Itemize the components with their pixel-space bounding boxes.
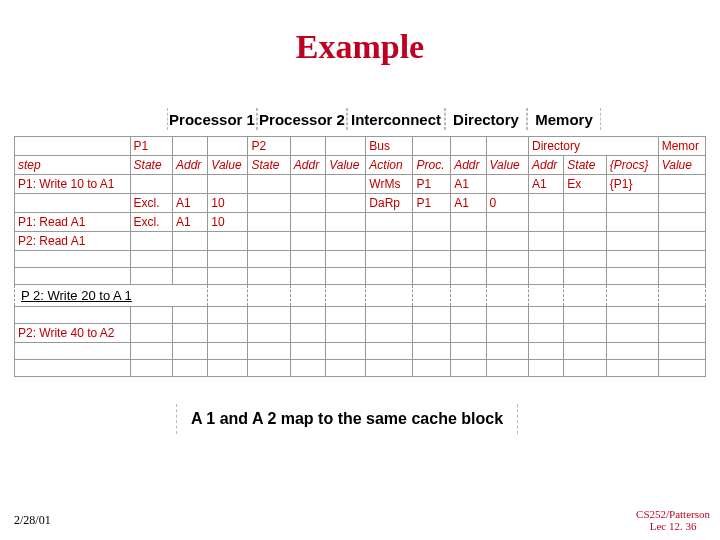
- table-row: [15, 251, 706, 268]
- hdr-bus-value: Value: [486, 156, 528, 175]
- p1-state: Excl.: [130, 194, 172, 213]
- dir-state: Ex: [564, 175, 606, 194]
- caption-note: A 1 and A 2 map to the same cache block: [176, 404, 518, 434]
- table-row: Excl. A1 10 DaRp P1 A1 0: [15, 194, 706, 213]
- table-row-current: P 2: Write 20 to A 1: [15, 285, 706, 307]
- step-label: P2: Write 40 to A2: [15, 324, 131, 343]
- slide-title: Example: [0, 28, 720, 66]
- bus-addr: A1: [451, 194, 486, 213]
- hdr-p1-value: Value: [208, 156, 248, 175]
- hdr-bus-addr: Addr: [451, 156, 486, 175]
- bus-proc: P1: [413, 194, 451, 213]
- hdr-dir-state: State: [564, 156, 606, 175]
- header-row-2: step State Addr Value State Addr Value A…: [15, 156, 706, 175]
- p1-state: Excl.: [130, 213, 172, 232]
- hdr-p2-state: State: [248, 156, 290, 175]
- group-directory: Directory: [445, 108, 527, 130]
- hdr-dir-addr: Addr: [528, 156, 563, 175]
- bus-action: DaRp: [366, 194, 413, 213]
- hdr-directory: Directory: [528, 137, 658, 156]
- hdr-p1-addr: Addr: [172, 156, 207, 175]
- footer-course-name: CS252/Patterson: [636, 508, 710, 520]
- table-row: P1: Write 10 to A1 WrMs P1 A1 A1 Ex {P1}: [15, 175, 706, 194]
- group-processor2: Processor 2: [257, 108, 347, 130]
- p1-value: 10: [208, 213, 248, 232]
- table-row: P1: Read A1 Excl. A1 10: [15, 213, 706, 232]
- p1-addr: A1: [172, 194, 207, 213]
- protocol-table: P1 P2 Bus Directory Memor step State Add…: [14, 136, 706, 377]
- bus-addr: A1: [451, 175, 486, 194]
- bus-value: 0: [486, 194, 528, 213]
- hdr-bus-proc: Proc.: [413, 156, 451, 175]
- group-interconnect: Interconnect: [347, 108, 445, 130]
- hdr-p1-state: State: [130, 156, 172, 175]
- hdr-mem-value: Value: [658, 156, 705, 175]
- step-label: P1: Write 10 to A1: [15, 175, 131, 194]
- group-processor1: Processor 1: [167, 108, 257, 130]
- bus-proc: P1: [413, 175, 451, 194]
- table-row: P2: Write 40 to A2: [15, 324, 706, 343]
- table-row: [15, 307, 706, 324]
- header-row-1: P1 P2 Bus Directory Memor: [15, 137, 706, 156]
- table-row: [15, 268, 706, 285]
- table-row: [15, 360, 706, 377]
- step-label: P1: Read A1: [15, 213, 131, 232]
- dir-addr: A1: [528, 175, 563, 194]
- p1-value: 10: [208, 194, 248, 213]
- bus-action: WrMs: [366, 175, 413, 194]
- group-memory: Memory: [527, 108, 601, 130]
- hdr-step: step: [15, 156, 131, 175]
- step-current: P 2: Write 20 to A 1: [15, 285, 208, 307]
- footer-date: 2/28/01: [14, 513, 51, 528]
- hdr-memory: Memor: [658, 137, 705, 156]
- column-group-labels: Processor 1 Processor 2 Interconnect Dir…: [167, 108, 601, 130]
- hdr-bus: Bus: [366, 137, 413, 156]
- dir-procs: {P1}: [606, 175, 658, 194]
- hdr-bus-action: Action: [366, 156, 413, 175]
- step-label: P2: Read A1: [15, 232, 131, 251]
- hdr-p1: P1: [130, 137, 172, 156]
- table-row: P2: Read A1: [15, 232, 706, 251]
- footer-course: CS252/Patterson Lec 12. 36: [636, 508, 710, 532]
- p1-addr: A1: [172, 213, 207, 232]
- hdr-p2-value: Value: [326, 156, 366, 175]
- hdr-p2: P2: [248, 137, 290, 156]
- footer-lecture-number: Lec 12. 36: [650, 520, 697, 532]
- table-row: [15, 343, 706, 360]
- hdr-p2-addr: Addr: [290, 156, 325, 175]
- hdr-dir-procs: {Procs}: [606, 156, 658, 175]
